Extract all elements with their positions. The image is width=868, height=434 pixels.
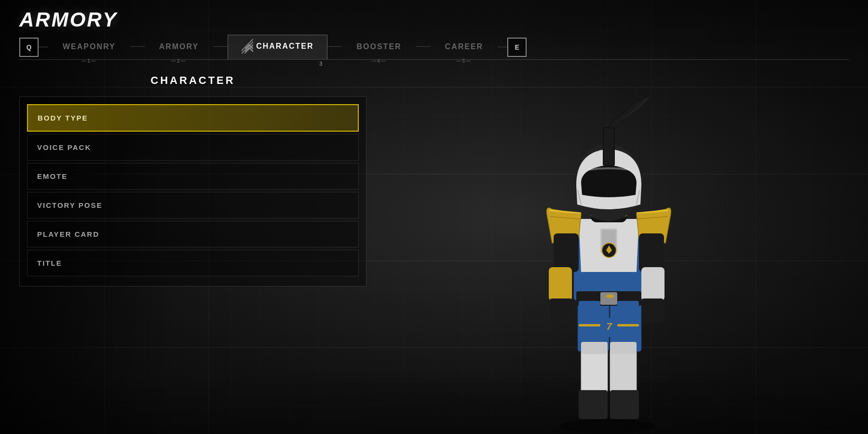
svg-rect-20 (600, 292, 617, 305)
section-title: CHARACTER (19, 74, 366, 87)
svg-rect-30 (550, 298, 572, 323)
svg-rect-12 (581, 342, 608, 354)
svg-rect-32 (641, 267, 665, 301)
option-title[interactable]: TITLE (27, 250, 359, 276)
right-panel: 7 (366, 74, 849, 434)
tab-career[interactable]: CAREER —5— (431, 38, 498, 57)
tab-character-label: CHARACTER (256, 42, 313, 51)
q-key-button[interactable]: Q (19, 38, 39, 57)
svg-rect-13 (610, 342, 637, 354)
tab-armory[interactable]: ARMORY —2— (145, 38, 214, 57)
svg-rect-8 (610, 349, 637, 393)
svg-text:7: 7 (606, 321, 612, 332)
svg-rect-22 (617, 301, 639, 327)
svg-rect-21 (579, 301, 600, 327)
tab-character[interactable]: CHARACTER 3 (228, 35, 327, 59)
svg-rect-14 (579, 390, 608, 419)
svg-rect-28 (554, 233, 579, 272)
svg-rect-23 (579, 324, 600, 326)
option-body-type[interactable]: BODY TYPE (27, 104, 359, 132)
svg-rect-4 (581, 349, 608, 393)
svg-rect-24 (617, 324, 639, 326)
option-voice-pack[interactable]: VOICE PACK (27, 134, 359, 161)
option-victory-pose[interactable]: VICTORY POSE (27, 192, 359, 218)
character-display: 7 (487, 74, 728, 434)
option-player-card[interactable]: PLAYER CARD (27, 221, 359, 247)
nav-tabs: Q WEAPONRY —1— ARMORY —2— (19, 35, 849, 60)
left-panel: CHARACTER BODY TYPE VOICE PACK EMOTE VIC… (19, 74, 366, 434)
character-tab-icon (242, 39, 253, 54)
character-figure: 7 (506, 89, 709, 434)
svg-point-3 (559, 419, 656, 434)
svg-rect-36 (604, 128, 614, 165)
page-title: ARMORY (19, 10, 849, 30)
tab-booster[interactable]: BOOSTER —4— (342, 38, 416, 57)
tab-weaponry[interactable]: WEAPONRY —1— (48, 38, 130, 57)
svg-rect-33 (641, 298, 664, 323)
e-key-button[interactable]: E (507, 38, 527, 57)
header: ARMORY Q WEAPONRY —1— ARMORY —2— (0, 0, 868, 60)
svg-rect-29 (549, 267, 572, 301)
svg-rect-15 (610, 390, 639, 419)
option-emote[interactable]: EMOTE (27, 163, 359, 190)
options-list: BODY TYPE VOICE PACK EMOTE VICTORY POSE … (19, 96, 366, 286)
svg-rect-31 (639, 233, 664, 272)
